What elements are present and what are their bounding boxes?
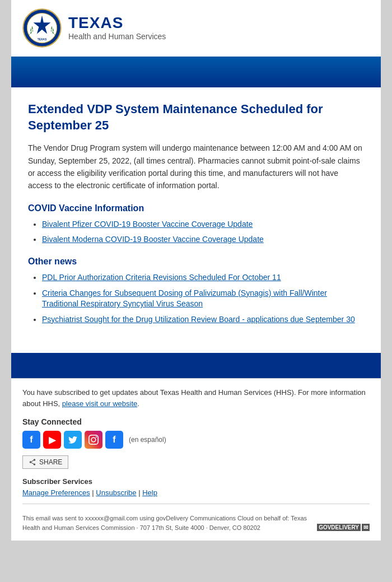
list-item: Bivalent Pfizer COVID-19 Booster Vaccine… — [42, 219, 364, 230]
texas-seal-icon: TEXAS — [22, 8, 62, 48]
manage-preferences-link[interactable]: Manage Preferences — [22, 488, 90, 497]
social-icons: f ▶ f (en español) — [22, 431, 370, 449]
other-link-1[interactable]: PDL Prior Authorization Criteria Revisio… — [42, 273, 281, 282]
govdelivery-logo: GOVDELIVERY✉ — [316, 522, 370, 533]
footer-divider — [22, 504, 370, 504]
stay-connected-label: Stay Connected — [22, 417, 370, 426]
en-espanol-label: (en español) — [129, 436, 166, 444]
share-label: SHARE — [39, 458, 62, 466]
other-links-list: PDL Prior Authorization Criteria Revisio… — [28, 272, 364, 325]
facebook-icon[interactable]: f — [22, 431, 40, 449]
footer-section: You have subscribed to get updates about… — [11, 378, 381, 541]
svg-text:TEXAS: TEXAS — [38, 38, 47, 41]
main-title: Extended VDP System Maintenance Schedule… — [28, 101, 364, 133]
email-container: TEXAS TEXAS Health and Human Services Ex… — [11, 0, 381, 541]
logo-text: TEXAS Health and Human Services — [68, 15, 166, 41]
bottom-footer: This email was sent to xxxxxx@gmail.com … — [22, 511, 370, 532]
covid-link-2[interactable]: Bivalent Moderna COVID-19 Booster Vaccin… — [42, 235, 264, 244]
covid-links-list: Bivalent Pfizer COVID-19 Booster Vaccine… — [28, 219, 364, 245]
subscription-text: You have subscribed to get updates about… — [22, 387, 370, 409]
list-item: Bivalent Moderna COVID-19 Booster Vaccin… — [42, 234, 364, 245]
logo-texas-label: TEXAS — [68, 15, 166, 31]
other-link-3[interactable]: Psychiatrist Sought for the Drug Utiliza… — [42, 315, 355, 324]
subscriber-links: Manage Preferences | Unsubscribe | Help — [22, 488, 370, 497]
list-item: Psychiatrist Sought for the Drug Utiliza… — [42, 314, 364, 325]
list-item: Criteria Changes for Subsequent Dosing o… — [42, 288, 364, 310]
other-heading: Other news — [28, 257, 364, 267]
unsubscribe-link[interactable]: Unsubscribe — [96, 488, 136, 497]
bottom-footer-text: This email was sent to xxxxxx@gmail.com … — [22, 515, 307, 531]
subscriber-services-label: Subscriber Services — [22, 477, 370, 486]
main-body-text: The Vendor Drug Program system will unde… — [28, 142, 364, 192]
instagram-icon[interactable] — [85, 431, 102, 449]
covid-heading: COVID Vaccine Information — [28, 203, 364, 213]
youtube-icon[interactable]: ▶ — [43, 431, 61, 449]
twitter-icon[interactable] — [64, 431, 82, 449]
help-link[interactable]: Help — [142, 488, 157, 497]
logo-subtitle-label: Health and Human Services — [68, 32, 166, 41]
list-item: PDL Prior Authorization Criteria Revisio… — [42, 272, 364, 283]
email-header: TEXAS TEXAS Health and Human Services — [11, 0, 381, 57]
blue-footer-bar — [11, 353, 381, 378]
covid-link-1[interactable]: Bivalent Pfizer COVID-19 Booster Vaccine… — [42, 220, 253, 229]
other-link-2[interactable]: Criteria Changes for Subsequent Dosing o… — [42, 288, 327, 309]
blue-banner — [11, 57, 381, 87]
visit-website-link[interactable]: please visit our website — [62, 399, 137, 408]
facebook-es-icon[interactable]: f — [105, 431, 123, 449]
share-button[interactable]: SHARE — [22, 455, 68, 469]
content-area: Extended VDP System Maintenance Schedule… — [11, 87, 381, 353]
email-wrapper: TEXAS TEXAS Health and Human Services Ex… — [0, 0, 392, 541]
share-icon — [29, 458, 36, 466]
